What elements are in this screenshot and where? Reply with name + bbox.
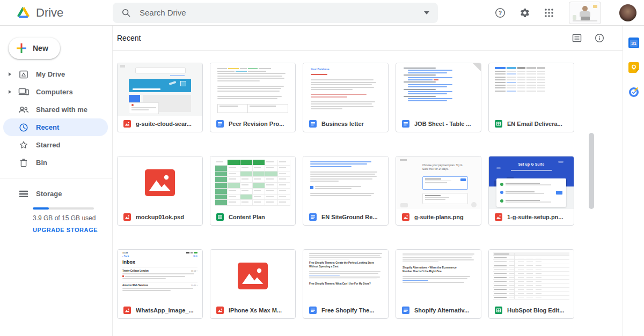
file-card-footer: Shopify Alternativ... (396, 302, 481, 318)
image-file-icon (123, 213, 131, 221)
sidebar-item-shared-with-me[interactable]: Shared with me (3, 101, 108, 118)
calendar-icon[interactable]: 31 (628, 38, 639, 48)
thumb-text: 10:49 › (191, 284, 197, 287)
drive-logo-icon (16, 6, 31, 19)
user-avatar[interactable] (619, 4, 636, 21)
sidebar-item-computers[interactable]: Computers (3, 83, 108, 101)
sidebar-item-storage[interactable]: Storage (3, 185, 108, 203)
apps-grid-icon[interactable] (544, 8, 554, 18)
search-input[interactable] (138, 8, 416, 18)
file-card-footer: g-suite-cloud-sear... (118, 116, 202, 132)
search-icon[interactable] (121, 8, 131, 18)
file-name: Business letter (321, 121, 382, 127)
file-card[interactable]: Peer Revision Pro... (210, 63, 296, 132)
storage-icon (18, 190, 29, 198)
sheets-file-icon (495, 307, 502, 314)
image-file-icon (402, 213, 409, 221)
file-card-footer: Content Plan (210, 209, 295, 225)
file-card[interactable]: mockup01ok.psd (117, 156, 203, 226)
file-thumbnail (489, 250, 574, 302)
scrollbar-thumb[interactable] (589, 133, 594, 209)
topbar-actions: ? (495, 2, 644, 24)
file-card-footer: g-suite-plans.png (396, 209, 481, 225)
file-card-footer: mockup01ok.psd (118, 209, 202, 225)
file-card[interactable]: Free Shopify Themes: Create the Perfect … (303, 249, 389, 319)
expand-caret-icon[interactable] (5, 72, 14, 77)
file-thumbnail (396, 63, 481, 116)
file-card[interactable]: EN SiteGround Re... (303, 156, 389, 226)
file-name: Free Shopify The... (321, 307, 382, 313)
file-card[interactable]: 11:38‹ BackEditInboxTrinity College Lond… (117, 249, 203, 319)
file-card[interactable]: HubSpot Blog Edit... (488, 249, 574, 319)
upgrade-storage-link[interactable]: UPGRADE STORAGE (33, 227, 112, 233)
file-thumbnail: Choose your payment plan. Try G Suite fr… (396, 156, 481, 209)
file-name: HubSpot Blog Edit... (507, 307, 568, 313)
file-thumbnail (210, 63, 295, 116)
file-thumbnail: Free Shopify Themes: Create the Perfect … (303, 250, 388, 302)
file-name: g-suite-plans.png (414, 214, 475, 220)
docs-file-icon (309, 307, 317, 314)
my-drive-icon (18, 70, 29, 79)
file-card[interactable]: Shopify Alternatives - When the Ecommerc… (396, 249, 481, 319)
image-placeholder-icon (238, 263, 268, 289)
thumb-text: Amazon Web Services (122, 284, 148, 287)
side-panel: 31 (623, 26, 644, 336)
image-file-icon (216, 307, 224, 314)
file-card-footer: EN Email Delivera... (489, 116, 574, 132)
expand-caret-icon[interactable] (5, 89, 14, 94)
docs-file-icon (216, 120, 224, 128)
sidebar-item-my-drive[interactable]: My Drive (3, 65, 108, 83)
new-button[interactable]: New (9, 38, 60, 59)
file-card[interactable]: Your DatabaseBusiness letter (303, 63, 389, 132)
file-card-footer: 1-g-suite-setup.pn... (489, 209, 574, 225)
sidebar-item-label: Recent (36, 123, 59, 131)
list-view-icon[interactable] (572, 33, 582, 43)
file-card[interactable]: JOB Sheet - Table ... (396, 63, 481, 132)
tasks-icon[interactable] (628, 87, 639, 98)
header-actions (572, 33, 604, 43)
info-icon[interactable] (595, 33, 604, 43)
storage-label: Storage (36, 190, 62, 198)
file-thumbnail (303, 156, 388, 209)
thumb-text: Trinity College London (122, 270, 149, 272)
recent-clock-icon (18, 123, 29, 132)
file-card[interactable]: Choose your payment plan. Try G Suite fr… (396, 156, 481, 226)
file-card-footer: JOB Sheet - Table ... (396, 116, 481, 132)
file-card[interactable]: g-suite-cloud-sear... (117, 63, 203, 132)
file-name: WhatsApp_Image_... (136, 307, 196, 313)
file-card-footer: HubSpot Blog Edit... (489, 302, 574, 318)
file-card[interactable]: iPhone Xs Max M... (210, 249, 296, 319)
help-icon[interactable]: ? (495, 8, 506, 18)
sidebar-item-bin[interactable]: Bin (3, 154, 108, 171)
file-thumbnail (210, 250, 295, 302)
file-card-footer: Business letter (303, 116, 388, 132)
sidebar-item-label: Computers (36, 88, 73, 96)
settings-gear-icon[interactable] (519, 8, 530, 18)
thumb-text: Free Shopify Themes: What Can I Use For … (309, 282, 375, 285)
image-placeholder-icon (145, 169, 175, 196)
file-thumbnail: 11:38‹ BackEditInboxTrinity College Lond… (118, 250, 202, 302)
file-card[interactable]: Content Plan (210, 156, 296, 226)
content-header: Recent (113, 26, 623, 51)
file-thumbnail: Set up G Suite (489, 156, 574, 209)
sidebar-item-label: Shared with me (36, 106, 87, 114)
drive-logo[interactable]: Drive (0, 6, 113, 20)
file-card-footer: WhatsApp_Image_... (118, 302, 202, 318)
docs-file-icon (402, 307, 409, 314)
thumb-text: Inbox (122, 259, 197, 265)
keep-icon[interactable] (628, 62, 639, 73)
file-card[interactable]: Set up G Suite1-g-suite-setup.pn... (488, 156, 574, 226)
storage-progress-fill (33, 207, 49, 210)
gsuite-promo-image[interactable] (569, 2, 601, 24)
file-card[interactable]: EN Email Delivera... (488, 63, 574, 132)
sidebar-item-starred[interactable]: Starred (3, 136, 108, 154)
sidebar-item-label: My Drive (36, 70, 65, 78)
search-options-caret-icon[interactable] (424, 11, 429, 14)
docs-file-icon (309, 213, 317, 221)
image-file-icon (123, 307, 131, 314)
new-button-label: New (33, 44, 48, 53)
file-name: Shopify Alternativ... (414, 307, 475, 313)
search-bar[interactable] (113, 3, 438, 23)
sidebar-item-recent[interactable]: Recent (3, 118, 108, 136)
sidebar-item-label: Bin (36, 159, 47, 167)
